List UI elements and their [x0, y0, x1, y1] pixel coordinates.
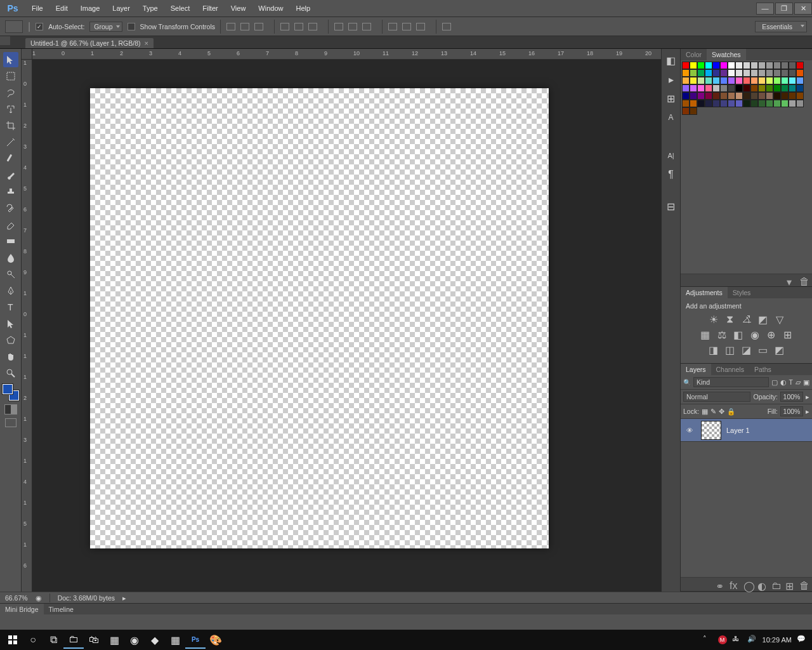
- menu-view[interactable]: View: [225, 0, 252, 17]
- new-layer-icon[interactable]: ⊞: [785, 580, 794, 589]
- vibrance-icon[interactable]: ▽: [774, 314, 785, 325]
- swatch[interactable]: [720, 77, 728, 84]
- adjustments-tab[interactable]: Adjustments: [681, 287, 728, 298]
- swatch[interactable]: [743, 62, 750, 69]
- swatch[interactable]: [712, 100, 720, 107]
- filter-shape-icon[interactable]: ▱: [796, 378, 801, 386]
- swatch[interactable]: [735, 77, 743, 84]
- zoom-readout[interactable]: 66.67%: [5, 594, 28, 602]
- swatch[interactable]: [773, 100, 781, 107]
- invert-icon[interactable]: ◨: [708, 344, 719, 355]
- swatch[interactable]: [781, 69, 789, 77]
- swatch[interactable]: [705, 77, 712, 84]
- swatch[interactable]: [750, 77, 758, 84]
- paragraph-panel-icon[interactable]: ¶: [665, 168, 678, 181]
- status-preview-icon[interactable]: ◉: [36, 594, 42, 602]
- photo-filter-icon[interactable]: ◉: [749, 329, 761, 340]
- swatch[interactable]: [743, 100, 750, 107]
- document-tab[interactable]: Untitled-1 @ 66.7% (Layer 1, RGB/8) ×: [25, 38, 154, 48]
- fill-value[interactable]: 100%: [780, 406, 803, 416]
- show-transform-checkbox[interactable]: [128, 23, 135, 30]
- swatch[interactable]: [773, 62, 781, 69]
- align-hcenter-icon[interactable]: [292, 20, 305, 33]
- swatch[interactable]: [766, 92, 773, 100]
- hand-tool[interactable]: [3, 349, 18, 364]
- swatch[interactable]: [743, 84, 750, 92]
- swatch[interactable]: [781, 100, 789, 107]
- swatch[interactable]: [682, 100, 690, 107]
- menu-filter[interactable]: Filter: [196, 0, 224, 17]
- align-vcenter-icon[interactable]: [239, 20, 251, 33]
- swatch[interactable]: [796, 92, 804, 100]
- align-top-icon[interactable]: [225, 20, 237, 33]
- brush-tool[interactable]: [3, 168, 18, 183]
- swatch[interactable]: [789, 100, 796, 107]
- toolbox-collapse-handle[interactable]: [0, 36, 10, 45]
- levels-icon[interactable]: ⧗: [724, 314, 736, 325]
- swatch[interactable]: [697, 69, 705, 77]
- swatch[interactable]: [697, 77, 705, 84]
- minimize-button[interactable]: —: [756, 3, 774, 15]
- brush-panel-icon[interactable]: ⊟: [665, 200, 678, 213]
- link-layers-icon[interactable]: ⚭: [716, 580, 724, 589]
- vertical-ruler[interactable]: 1012345678910111213141516: [22, 60, 32, 592]
- blur-tool[interactable]: [3, 250, 18, 265]
- distribute-left-icon[interactable]: [386, 20, 399, 33]
- swatch[interactable]: [690, 84, 697, 92]
- path-select-tool[interactable]: [3, 316, 18, 331]
- notifications-icon[interactable]: 💬: [797, 635, 807, 645]
- swatch[interactable]: [766, 84, 773, 92]
- start-button[interactable]: [3, 631, 23, 649]
- swatch[interactable]: [690, 107, 697, 115]
- gradient-tool[interactable]: [3, 234, 18, 249]
- swatch[interactable]: [728, 69, 735, 77]
- opacity-value[interactable]: 100%: [780, 392, 803, 402]
- character-panel-icon[interactable]: A: [665, 111, 678, 124]
- swatch[interactable]: [758, 92, 766, 100]
- swatch[interactable]: [781, 84, 789, 92]
- align-right-icon[interactable]: [306, 20, 319, 33]
- filter-pixel-icon[interactable]: ▢: [771, 378, 778, 386]
- swatch[interactable]: [705, 69, 712, 77]
- swatch[interactable]: [705, 84, 712, 92]
- swatch[interactable]: [750, 100, 758, 107]
- filter-type-icon[interactable]: T: [789, 378, 793, 386]
- type-tool[interactable]: T: [3, 300, 18, 315]
- screen-mode-toggle[interactable]: [5, 418, 16, 427]
- swatch[interactable]: [728, 100, 735, 107]
- healing-brush-tool[interactable]: [3, 151, 18, 166]
- menu-type[interactable]: Type: [136, 0, 164, 17]
- swatch[interactable]: [735, 100, 743, 107]
- distribute-right-icon[interactable]: [414, 20, 427, 33]
- menu-layer[interactable]: Layer: [106, 0, 136, 17]
- swatch[interactable]: [735, 69, 743, 77]
- swatch[interactable]: [697, 92, 705, 100]
- distribute-top-icon[interactable]: [332, 20, 345, 33]
- new-adjustment-icon[interactable]: ◐: [757, 580, 766, 589]
- menu-edit[interactable]: Edit: [49, 0, 74, 17]
- marquee-tool[interactable]: [3, 69, 18, 84]
- swatch[interactable]: [682, 84, 690, 92]
- foreground-color-swatch[interactable]: [3, 384, 13, 394]
- swatch[interactable]: [697, 84, 705, 92]
- swatch[interactable]: [720, 92, 728, 100]
- eraser-tool[interactable]: [3, 217, 18, 232]
- menu-window[interactable]: Window: [252, 0, 289, 17]
- move-tool[interactable]: [3, 52, 18, 67]
- close-button[interactable]: ✕: [794, 3, 812, 15]
- swatch[interactable]: [743, 77, 750, 84]
- swatch[interactable]: [735, 92, 743, 100]
- layer-mask-icon[interactable]: ◯: [743, 580, 752, 589]
- actions-panel-icon[interactable]: ▸: [665, 73, 678, 86]
- fill-flyout-icon[interactable]: ▸: [806, 408, 809, 415]
- swatch[interactable]: [789, 69, 796, 77]
- lock-all-icon[interactable]: 🔒: [727, 408, 735, 416]
- swatch[interactable]: [690, 77, 697, 84]
- swatch[interactable]: [735, 62, 743, 69]
- swatch[interactable]: [697, 62, 705, 69]
- crop-tool[interactable]: [3, 118, 18, 133]
- gradient-map-icon[interactable]: ▭: [757, 344, 769, 355]
- exposure-icon[interactable]: ◩: [757, 314, 769, 325]
- swatch[interactable]: [758, 69, 766, 77]
- mini-bridge-tab[interactable]: Mini Bridge: [0, 604, 44, 615]
